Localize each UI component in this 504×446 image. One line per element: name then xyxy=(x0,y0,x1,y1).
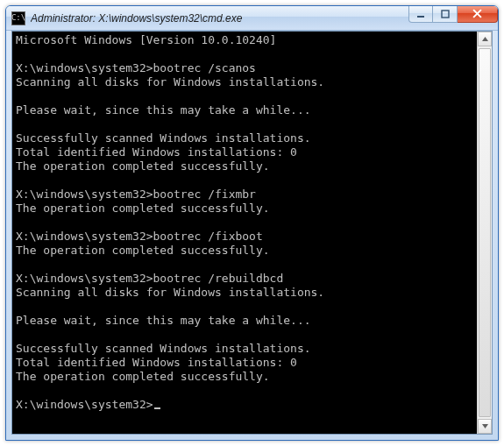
terminal-line: Total identified Windows installations: … xyxy=(16,356,473,370)
cursor-icon xyxy=(154,407,160,409)
terminal-prompt: X:\windows\system32> xyxy=(16,398,153,411)
terminal-line: X:\windows\system32>bootrec /scanos xyxy=(16,61,473,75)
terminal-line: Microsoft Windows [Version 10.0.10240] xyxy=(16,33,473,47)
svg-rect-0 xyxy=(417,16,424,18)
close-button[interactable] xyxy=(458,5,498,23)
maximize-button[interactable] xyxy=(433,5,458,23)
scroll-thumb[interactable] xyxy=(479,48,491,417)
terminal-line xyxy=(16,384,473,398)
terminal-line: The operation completed successfully. xyxy=(16,370,473,384)
window-title: Administrator: X:\windows\system32\cmd.e… xyxy=(31,12,408,25)
window-controls xyxy=(408,6,498,30)
terminal-line: X:\windows\system32>bootrec /fixmbr xyxy=(16,188,473,202)
terminal-line: Scanning all disks for Windows installat… xyxy=(16,75,473,89)
terminal-line xyxy=(16,258,473,272)
scroll-up-button[interactable] xyxy=(478,32,492,46)
terminal-line xyxy=(16,47,473,61)
terminal-line: Successfully scanned Windows installatio… xyxy=(16,131,473,145)
terminal-line: Successfully scanned Windows installatio… xyxy=(16,342,473,356)
scroll-track[interactable] xyxy=(478,46,492,419)
scroll-down-button[interactable] xyxy=(478,419,492,434)
terminal-line: The operation completed successfully. xyxy=(16,159,473,173)
terminal-line xyxy=(16,300,473,314)
terminal-line: The operation completed successfully. xyxy=(16,202,473,216)
terminal-prompt-line[interactable]: X:\windows\system32> xyxy=(16,398,473,412)
terminal-line xyxy=(16,117,473,131)
terminal-line: Scanning all disks for Windows installat… xyxy=(16,286,473,300)
titlebar[interactable]: C:\ Administrator: X:\windows\system32\c… xyxy=(6,6,498,31)
terminal-line xyxy=(16,173,473,188)
terminal-line: The operation completed successfully. xyxy=(16,244,473,258)
terminal-line: Total identified Windows installations: … xyxy=(16,145,473,159)
cmd-icon: C:\ xyxy=(11,11,25,25)
terminal-line xyxy=(16,89,473,103)
terminal-line: Please wait, since this may take a while… xyxy=(16,314,473,328)
terminal-line: X:\windows\system32>bootrec /rebuildbcd xyxy=(16,272,473,286)
terminal-line xyxy=(16,328,473,342)
client-area: Microsoft Windows [Version 10.0.10240]X:… xyxy=(11,31,493,435)
minimize-button[interactable] xyxy=(408,5,433,23)
terminal-line: Please wait, since this may take a while… xyxy=(16,103,473,117)
svg-rect-1 xyxy=(442,11,449,18)
cmd-window: C:\ Administrator: X:\windows\system32\c… xyxy=(5,5,499,441)
vertical-scrollbar[interactable] xyxy=(477,32,492,434)
terminal-output[interactable]: Microsoft Windows [Version 10.0.10240]X:… xyxy=(12,32,477,434)
terminal-line: X:\windows\system32>bootrec /fixboot xyxy=(16,230,473,244)
terminal-line xyxy=(16,216,473,230)
